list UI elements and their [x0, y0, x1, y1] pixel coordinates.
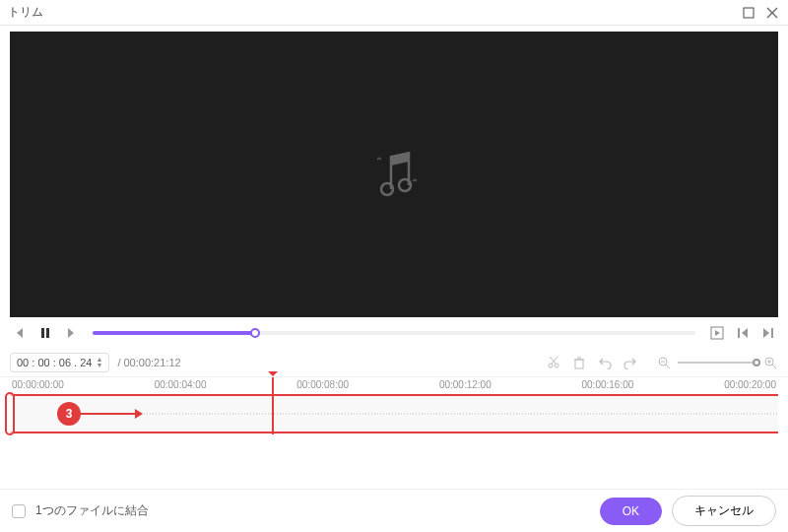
ruler-tick: 00:00:04:00 [155, 379, 207, 390]
current-timecode-input[interactable]: 00 : 00 : 06 . 24 ▲▼ [10, 353, 109, 372]
footer: 1つのファイルに結合 OK キャンセル [0, 489, 788, 532]
timecode-row: 00 : 00 : 06 . 24 ▲▼ / 00:00:21:12 [0, 349, 788, 376]
next-frame-button[interactable] [61, 323, 81, 343]
skip-start-button[interactable] [733, 323, 753, 343]
pause-button[interactable] [35, 323, 55, 343]
zoom-out-icon[interactable] [656, 355, 672, 370]
music-note-icon [360, 140, 428, 209]
titlebar: トリム [0, 0, 788, 26]
prev-frame-button[interactable] [10, 323, 30, 343]
skip-end-button[interactable] [758, 323, 778, 343]
cut-icon[interactable] [546, 355, 561, 370]
timeline-ruler[interactable]: 00:00:00:00 00:00:04:00 00:00:08:00 00:0… [0, 376, 788, 394]
redo-icon[interactable] [623, 355, 638, 370]
maximize-button[interactable] [741, 5, 756, 21]
svg-point-9 [555, 364, 558, 367]
ruler-tick: 00:00:16:00 [582, 379, 634, 390]
svg-point-8 [549, 364, 553, 367]
timeline-track[interactable]: 3 [10, 394, 778, 433]
svg-rect-0 [744, 8, 754, 18]
trim-handle[interactable] [5, 392, 15, 435]
delete-icon[interactable] [571, 355, 587, 370]
undo-icon[interactable] [597, 355, 613, 370]
svg-rect-10 [575, 360, 583, 368]
ruler-tick: 00:00:12:00 [439, 379, 492, 390]
svg-rect-6 [738, 328, 740, 338]
progress-bar[interactable] [93, 331, 695, 335]
ok-button[interactable]: OK [600, 498, 662, 525]
player-controls [0, 317, 788, 349]
annotation-arrow-icon [81, 413, 140, 415]
merge-label: 1つのファイルに結合 [35, 502, 149, 519]
ruler-tick: 00:00:20:00 [724, 379, 776, 390]
annotation-badge: 3 [57, 402, 81, 426]
ruler-tick: 00:00:00:00 [12, 379, 64, 390]
stop-button[interactable] [707, 323, 727, 343]
duration-label: / 00:00:21:12 [117, 357, 180, 368]
ruler-tick: 00:00:08:00 [296, 379, 349, 390]
close-button[interactable] [764, 5, 780, 21]
window-buttons [741, 5, 780, 21]
zoom-in-icon[interactable] [762, 355, 778, 370]
timecode-stepper[interactable]: ▲▼ [96, 357, 102, 368]
cancel-button[interactable]: キャンセル [672, 496, 776, 526]
zoom-thumb[interactable] [753, 359, 760, 366]
progress-thumb[interactable] [250, 328, 260, 338]
svg-rect-3 [41, 328, 44, 338]
zoom-slider[interactable] [678, 362, 756, 364]
svg-rect-4 [46, 328, 49, 338]
svg-rect-7 [771, 328, 773, 338]
zoom-control [656, 355, 778, 370]
edit-tools [546, 355, 638, 370]
preview-pane [10, 32, 778, 317]
window-title: トリム [8, 4, 741, 21]
current-timecode: 00 : 00 : 06 . 24 [17, 357, 92, 368]
progress-fill [93, 331, 255, 335]
playhead-line[interactable] [272, 394, 274, 433]
merge-checkbox[interactable] [12, 504, 26, 518]
